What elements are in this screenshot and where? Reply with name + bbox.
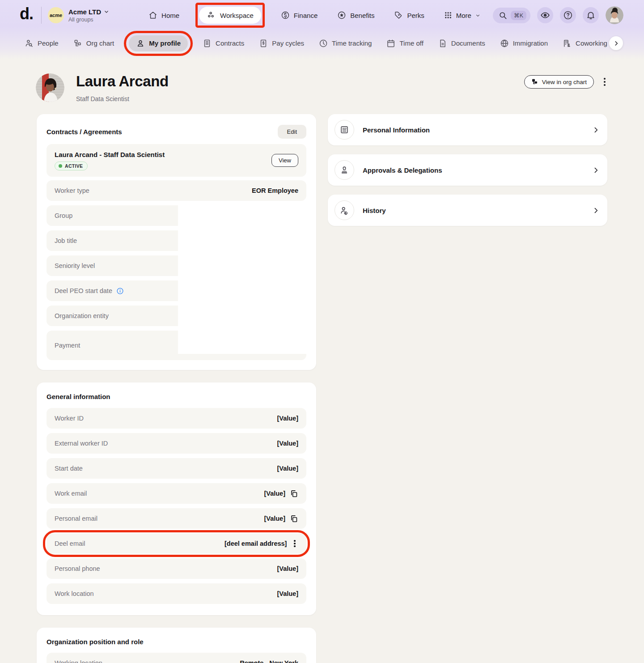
clock-icon — [319, 39, 328, 48]
deel-email-more-button[interactable] — [291, 538, 298, 549]
org-subtitle: All groups — [68, 17, 109, 23]
row-work-location: Work location [Value] — [47, 583, 306, 604]
profile-job-title: Staff Data Scientist — [76, 95, 169, 102]
contract-row[interactable]: Laura Arcand - Staff Data Scientist ACTI… — [47, 144, 306, 177]
chevron-right-icon — [592, 207, 600, 214]
apps-grid-icon — [444, 11, 452, 19]
chevron-right-icon — [592, 126, 600, 134]
home-icon — [148, 11, 157, 20]
group-label: Group — [55, 212, 72, 219]
work-location-label: Work location — [55, 590, 94, 597]
search-icon — [499, 11, 507, 20]
worker-type-row: Worker type EOR Employee — [47, 180, 306, 201]
chevron-right-icon — [613, 40, 619, 47]
privacy-eye-button[interactable] — [537, 7, 553, 23]
seniority-label: Seniority level — [55, 262, 95, 269]
subnav-contracts-label: Contracts — [216, 39, 244, 47]
bell-icon — [586, 10, 596, 20]
deel-logo[interactable]: d. — [20, 4, 33, 26]
person-icon — [136, 39, 145, 48]
profile-header: Laura Arcand Staff Data Scientist View i… — [36, 73, 608, 102]
info-icon[interactable] — [116, 287, 124, 295]
subnav-immigration[interactable]: Immigration — [500, 39, 548, 48]
eye-icon — [540, 10, 550, 20]
copy-icon[interactable] — [290, 514, 298, 523]
notifications-button[interactable] — [583, 7, 599, 23]
work-location-value: [Value] — [277, 590, 298, 597]
job-title-label: Job title — [55, 237, 77, 244]
personal-information-card[interactable]: Personal Information — [328, 114, 607, 145]
subnav-pay-cycles-label: Pay cycles — [272, 39, 304, 47]
worker-type-value: EOR Employee — [252, 187, 298, 194]
row-deel-email: Deel email [deel email address] — [47, 533, 306, 554]
subnav-coworking[interactable]: Coworking — [563, 39, 607, 48]
organization-position-card: Organization position and role Working l… — [37, 628, 316, 663]
contracts-card-title: Contracts / Agreements — [47, 128, 122, 136]
profile-more-button[interactable] — [601, 75, 608, 89]
subnav-pay-cycles[interactable]: Pay cycles — [259, 39, 304, 48]
organization-position-title: Organization position and role — [47, 638, 306, 646]
subnav-coworking-label: Coworking — [576, 39, 607, 47]
org-name: Acme LTD — [68, 8, 101, 16]
status-badge: ACTIVE — [55, 162, 88, 170]
edit-button[interactable]: Edit — [278, 125, 306, 139]
document-icon — [438, 39, 447, 48]
person-gear-icon — [339, 205, 349, 215]
general-information-title: General information — [47, 393, 306, 400]
worker-id-label: Worker ID — [55, 415, 84, 422]
question-icon — [563, 10, 573, 20]
calendar-icon — [386, 39, 395, 48]
benefits-icon — [337, 11, 346, 20]
nav-workspace[interactable]: Workspace — [199, 7, 261, 24]
perks-icon — [394, 11, 403, 20]
subnav-org-chart-label: Org chart — [86, 39, 114, 47]
quick-links-column: Personal Information Approvals & Delegat… — [328, 114, 607, 226]
subnav-org-chart[interactable]: Org chart — [73, 39, 114, 48]
nav-finance[interactable]: Finance — [281, 11, 318, 20]
subnav-my-profile-label: My profile — [149, 39, 181, 47]
personal-information-icon-wrap — [335, 120, 354, 140]
history-card[interactable]: History — [328, 195, 607, 226]
copy-icon[interactable] — [290, 489, 298, 498]
view-in-org-chart-button[interactable]: View in org chart — [524, 75, 594, 89]
subnav-documents[interactable]: Documents — [438, 39, 485, 48]
subnav-time-tracking[interactable]: Time tracking — [319, 39, 372, 48]
subnav-contracts[interactable]: Contracts — [203, 39, 244, 48]
user-avatar[interactable] — [606, 6, 623, 24]
subnav-scroll-right-button[interactable] — [609, 36, 623, 50]
org-switcher[interactable]: acme Acme LTD All groups — [48, 7, 109, 23]
nav-more[interactable]: More — [444, 11, 480, 19]
deel-email-value: [deel email address] — [225, 540, 287, 547]
redacted-values-overlay — [178, 204, 309, 354]
contract-name: Laura Arcand - Staff Data Scientist — [55, 151, 165, 158]
personal-phone-label: Personal phone — [55, 565, 100, 572]
coworking-icon — [563, 39, 572, 48]
search-button[interactable]: ⌘K — [493, 8, 530, 23]
news-icon — [339, 125, 349, 135]
start-date-value: [Value] — [277, 465, 298, 472]
nav-home-label: Home — [161, 12, 179, 19]
subnav-time-off[interactable]: Time off — [386, 39, 423, 48]
worker-type-label: Worker type — [55, 187, 89, 194]
deel-email-label: Deel email — [55, 540, 85, 547]
subnav-people[interactable]: People — [25, 39, 59, 48]
row-start-date: Start date [Value] — [47, 458, 306, 479]
view-contract-button[interactable]: View — [271, 154, 298, 167]
subnav-documents-label: Documents — [451, 39, 485, 47]
approvals-delegations-card[interactable]: Approvals & Delegations — [328, 154, 607, 186]
nav-home[interactable]: Home — [148, 11, 179, 20]
approvals-delegations-label: Approvals & Delegations — [363, 166, 442, 174]
work-email-value: [Value] — [264, 490, 285, 497]
nav-perks[interactable]: Perks — [394, 11, 424, 20]
search-shortcut: ⌘K — [511, 11, 526, 20]
external-worker-id-value: [Value] — [277, 440, 298, 447]
workspace-subnav: People Org chart My profile Contracts Pa… — [0, 30, 644, 56]
help-button[interactable] — [560, 7, 576, 23]
nav-benefits[interactable]: Benefits — [337, 11, 374, 20]
finance-icon — [281, 11, 290, 20]
external-worker-id-label: External worker ID — [55, 440, 108, 447]
org-chart-icon — [531, 78, 538, 85]
subnav-my-profile[interactable]: My profile — [129, 35, 188, 51]
peo-start-label: Deel PEO start date — [55, 287, 112, 294]
divider — [41, 7, 42, 24]
